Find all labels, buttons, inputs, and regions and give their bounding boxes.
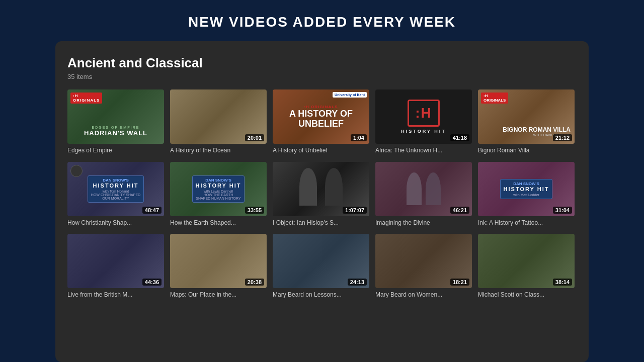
video-label: How the Earth Shaped... (170, 219, 267, 227)
video-card-maps[interactable]: 20:38 Maps: Our Place in the... (170, 234, 267, 299)
content-panel: Ancient and Classical 35 items EDGES OF … (55, 41, 589, 362)
video-label: Bignor Roman Villa (478, 147, 575, 155)
duration-badge: 38:14 (553, 279, 572, 286)
video-card-unbelief[interactable]: :H ORIGINALS A HISTORY OFUNBELIEF Univer… (273, 89, 369, 155)
video-row-3: 44:36 Live from the British M... 20:38 M… (67, 234, 577, 299)
video-card-divine[interactable]: 46:21 Imagining the Divine (375, 162, 472, 227)
duration-badge: 46:21 (450, 207, 469, 214)
video-row-2: DAN SNOW'S HISTORY HIT with Tom HollandH… (67, 162, 577, 227)
duration-badge: 1:07:07 (343, 207, 367, 214)
video-label: A History of Unbelief (273, 147, 369, 155)
video-label: Ink: A History of Tattoo... (478, 219, 575, 227)
video-card-marywomen[interactable]: 18:21 Mary Beard on Women... (375, 234, 472, 299)
video-label: Mary Beard on Lessons... (273, 291, 369, 299)
video-label: Mary Beard on Women... (375, 291, 472, 299)
video-card-earth[interactable]: DAN SNOW'S HISTORY HIT with Lewis Dartne… (170, 162, 267, 227)
kent-badge: University of Kent (333, 92, 367, 98)
duration-badge: 24:13 (348, 279, 367, 286)
section-title: Ancient and Classical (67, 55, 577, 71)
video-card-christianity[interactable]: DAN SNOW'S HISTORY HIT with Tom HollandH… (67, 162, 164, 227)
video-card-british[interactable]: 44:36 Live from the British M... (67, 234, 164, 299)
video-card-object[interactable]: 1:07:07 I Object: Ian Hislop's S... (273, 162, 369, 227)
duration-badge: 20:01 (245, 134, 264, 141)
video-label: Michael Scott on Class... (478, 291, 575, 299)
video-card-hadrians-wall[interactable]: EDGES OF EMPIRE HADRIAN'S WALL :HORIGINA… (67, 89, 164, 155)
video-card-africa[interactable]: :H HISTORY HIT 41:18 Africa: The Unknown… (375, 89, 472, 155)
video-label: A History of the Ocean (170, 147, 267, 155)
duration-badge: 33:55 (245, 207, 264, 214)
duration-badge: 31:04 (553, 207, 572, 214)
video-card-bignor[interactable]: :HORIGINALS BIGNOR ROMAN VILLA WITH DAVI… (478, 89, 575, 155)
page-header: NEW VIDEOS ADDED EVERY WEEK (0, 0, 644, 41)
duration-badge: 44:36 (142, 279, 162, 286)
video-label: Imagining the Divine (375, 219, 472, 227)
duration-badge: 21:12 (553, 134, 572, 141)
duration-badge: 41:18 (450, 134, 469, 141)
video-card-michael[interactable]: 38:14 Michael Scott on Class... (478, 234, 575, 299)
video-label: I Object: Ian Hislop's S... (273, 219, 369, 227)
video-card-tattoo[interactable]: DAN SNOW'S HISTORY HIT with Matt Lodder … (478, 162, 575, 227)
video-label: Maps: Our Place in the... (170, 291, 267, 299)
duration-badge: 18:21 (450, 279, 469, 286)
duration-badge: 20:38 (245, 279, 264, 286)
video-card-ocean[interactable]: 20:01 A History of the Ocean (170, 89, 267, 155)
video-label: How Christianity Shap... (67, 219, 164, 227)
video-label: Live from the British M... (67, 291, 164, 299)
duration-badge: 1:04 (351, 134, 367, 141)
section-count: 35 items (67, 73, 577, 80)
page-title: NEW VIDEOS ADDED EVERY WEEK (0, 14, 644, 30)
video-label: Edges of Empire (67, 147, 164, 155)
duration-badge: 48:47 (142, 207, 162, 214)
video-label: Africa: The Unknown H... (375, 147, 472, 155)
video-card-marybeard[interactable]: 24:13 Mary Beard on Lessons... (273, 234, 369, 299)
video-row-1: EDGES OF EMPIRE HADRIAN'S WALL :HORIGINA… (67, 89, 577, 155)
